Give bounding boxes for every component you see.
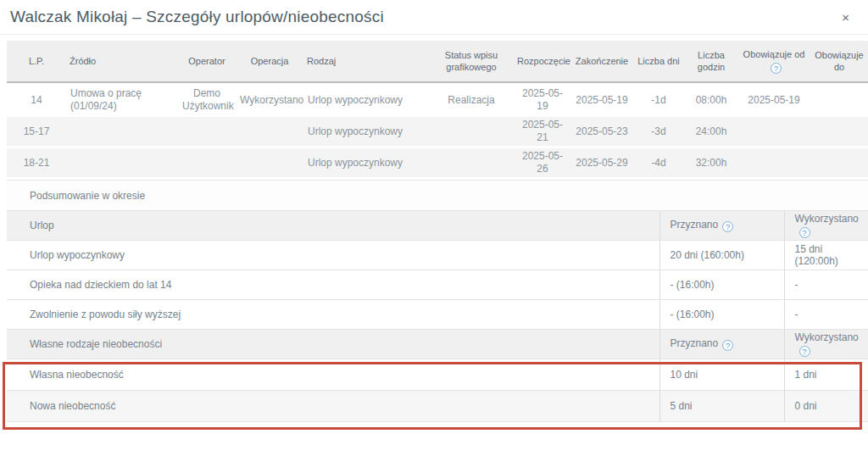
cell-liczba-dni: -4d <box>632 148 685 177</box>
summary-row-label: Opieka nad dzieckiem do lat 14 <box>7 270 659 300</box>
used-label: Wykorzystano <box>795 213 859 225</box>
cell-zrodlo <box>66 148 178 177</box>
awarded-label: Przyznano <box>670 337 719 349</box>
summary-row: Zwolnienie z powodu siły wyższej - (16:0… <box>7 300 868 330</box>
help-icon[interactable]: ? <box>722 340 733 351</box>
summary-used-value: - <box>784 270 868 300</box>
summary-awarded-value: 10 dni <box>659 359 784 391</box>
summary-row: Opieka nad dzieckiem do lat 14 - (16:00h… <box>7 270 868 300</box>
cell-liczba-godzin: 08:00h <box>685 86 737 114</box>
modal-header: Walczak Mikołaj – Szczegóły urlopów/nieo… <box>0 0 868 35</box>
cell-status: Realizacja <box>429 86 514 114</box>
help-icon[interactable]: ? <box>722 221 733 232</box>
close-icon[interactable]: × <box>833 8 858 27</box>
summary-used-value: 0 dni <box>784 391 868 422</box>
cell-rodzaj: Urlop wypoczynkowy <box>303 117 429 146</box>
cell-operator <box>178 117 236 146</box>
column-header-obowiazuje-do: Obowiązuje do <box>810 41 868 83</box>
cell-zrodlo <box>66 117 178 146</box>
column-header-status: Status wpisu grafikowego <box>429 41 514 83</box>
help-icon[interactable]: ? <box>799 227 810 238</box>
column-header-obowiazuje-od: Obowiązuje od? <box>737 41 810 83</box>
absence-table: L.P. Źródło Operator Operacja Rodzaj Sta… <box>7 38 868 180</box>
summary-row-label: Własna nieobecność <box>7 359 659 391</box>
table-row: 15-17 Urlop wypoczynkowy 2025-05-21 2025… <box>7 117 868 146</box>
summary-section-header: Podsumowanie w okresie <box>7 181 868 211</box>
cell-lp: 15-17 <box>7 117 66 146</box>
summary-awarded-value: - (16:00h) <box>659 300 784 330</box>
help-icon[interactable]: ? <box>799 346 810 357</box>
cell-zakonczenie: 2025-05-19 <box>571 86 632 114</box>
cell-lp: 18-21 <box>7 148 66 177</box>
column-header-rozpoczecie: Rozpoczęcie <box>514 41 571 83</box>
help-icon[interactable]: ? <box>771 63 782 74</box>
cell-zakonczenie: 2025-05-23 <box>571 117 632 146</box>
cell-rodzaj: Urlop wypoczynkowy <box>303 86 429 114</box>
page-title: Walczak Mikołaj – Szczegóły urlopów/nieo… <box>10 8 384 26</box>
cell-rozpoczecie: 2025-05-21 <box>514 117 571 146</box>
cell-zrodlo[interactable]: Umowa o pracę (01/09/24) <box>66 86 178 114</box>
summary-row-label: Zwolnienie z powodu siły wyższej <box>7 300 659 330</box>
cell-lp: 14 <box>7 86 66 114</box>
absence-details-modal: Walczak Mikołaj – Szczegóły urlopów/nieo… <box>0 0 868 35</box>
summary-used-value: 1 dni <box>784 359 868 391</box>
summary-group-header-urlop: Urlop Przyznano? Wykorzystano? <box>7 211 868 241</box>
cell-obowiazuje-od <box>737 148 810 177</box>
table-header-row: L.P. Źródło Operator Operacja Rodzaj Sta… <box>7 41 868 83</box>
used-label: Wykorzystano <box>795 331 859 343</box>
column-header-lp: L.P. <box>7 41 66 83</box>
awarded-column-header: Przyznano? <box>659 211 784 241</box>
column-header-rodzaj: Rodzaj <box>303 41 429 83</box>
group-label: Własne rodzaje nieobecności <box>7 330 659 359</box>
cell-rozpoczecie: 2025-05-26 <box>514 148 571 177</box>
cell-obowiazuje-do <box>810 148 868 177</box>
cell-obowiazuje-od: 2025-05-19 <box>737 86 810 114</box>
summary-awarded-value: - (16:00h) <box>659 270 784 300</box>
column-header-label: Obowiązuje od <box>743 49 805 59</box>
cell-status <box>429 117 514 146</box>
cell-operacja: Wykorzystano <box>236 86 303 114</box>
cell-zakonczenie: 2025-05-29 <box>571 148 632 177</box>
cell-liczba-dni: -3d <box>632 117 685 146</box>
summary-row-label: Nowa nieobecność <box>7 391 659 422</box>
awarded-column-header: Przyznano? <box>659 330 784 359</box>
cell-operacja <box>236 117 303 146</box>
cell-liczba-godzin: 24:00h <box>685 117 737 146</box>
summary-used-value: - <box>784 300 868 330</box>
table-row: 18-21 Urlop wypoczynkowy 2025-05-26 2025… <box>7 148 868 177</box>
summary-row: Własna nieobecność 10 dni 1 dni <box>7 359 868 391</box>
summary-row: Urlop wypoczynkowy 20 dni (160:00h) 15 d… <box>7 241 868 270</box>
cell-obowiazuje-do <box>810 86 868 114</box>
modal-content: L.P. Źródło Operator Operacja Rodzaj Sta… <box>7 38 868 422</box>
column-header-zrodlo: Źródło <box>66 41 178 83</box>
cell-operator: Demo Użytkownik <box>178 86 236 114</box>
cell-liczba-dni: -1d <box>632 86 685 114</box>
summary-awarded-value: 20 dni (160:00h) <box>659 241 784 270</box>
cell-status <box>429 148 514 177</box>
used-column-header: Wykorzystano? <box>784 330 868 359</box>
group-label: Urlop <box>7 211 659 241</box>
cell-obowiazuje-do <box>810 117 868 146</box>
column-header-zakonczenie: Zakończenie <box>571 41 632 83</box>
cell-rodzaj: Urlop wypoczynkowy <box>303 148 429 177</box>
column-header-operacja: Operacja <box>236 41 303 83</box>
cell-liczba-godzin: 32:00h <box>685 148 737 177</box>
summary-row-label: Urlop wypoczynkowy <box>7 241 659 270</box>
summary-group-header-wlasne: Własne rodzaje nieobecności Przyznano? W… <box>7 330 868 359</box>
summary-section-title: Podsumowanie w okresie <box>7 181 868 211</box>
used-column-header: Wykorzystano? <box>784 211 868 241</box>
summary-table: Podsumowanie w okresie Urlop Przyznano? … <box>7 180 868 422</box>
cell-operacja <box>236 148 303 177</box>
column-header-liczba-dni: Liczba dni <box>632 41 685 83</box>
summary-row: Nowa nieobecność 5 dni 0 dni <box>7 391 868 422</box>
cell-rozpoczecie: 2025-05-19 <box>514 86 571 114</box>
cell-obowiazuje-od <box>737 117 810 146</box>
cell-operator <box>178 148 236 177</box>
summary-used-value: 15 dni (120:00h) <box>784 241 868 270</box>
column-header-liczba-godzin: Liczba godzin <box>685 41 737 83</box>
column-header-operator: Operator <box>178 41 236 83</box>
table-row: 14 Umowa o pracę (01/09/24) Demo Użytkow… <box>7 86 868 114</box>
awarded-label: Przyznano <box>670 219 719 231</box>
summary-awarded-value: 5 dni <box>659 391 784 422</box>
